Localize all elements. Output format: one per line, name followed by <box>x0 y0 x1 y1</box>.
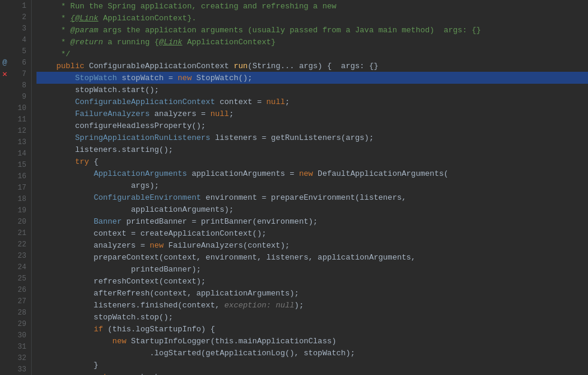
token <box>38 169 94 178</box>
token: afterRefresh(context, applicationArgumen… <box>38 289 299 298</box>
line-number: 4 <box>10 36 29 44</box>
token: ; <box>229 109 234 118</box>
line-meta-1: 1 <box>0 0 31 11</box>
token: try <box>75 157 89 166</box>
token: {@Link <box>71 14 99 23</box>
line-meta-15: 15 <box>0 159 31 170</box>
line-meta-23: 23 <box>0 250 31 261</box>
token: stopWatch.start(); <box>38 86 159 94</box>
line-number: 12 <box>10 127 29 135</box>
line-meta-4: 4 <box>0 34 31 45</box>
token: new <box>178 74 191 83</box>
line-meta-21: 21 <box>0 227 31 239</box>
line-meta-3: 3 <box>0 23 31 34</box>
token: } <box>38 361 98 370</box>
line-number: 8 <box>10 81 29 90</box>
token: ConfigurableApplicationContext <box>84 62 234 71</box>
token: (this.logStartupInfo) { <box>103 325 215 334</box>
token <box>38 157 75 166</box>
line-number: 28 <box>10 309 29 317</box>
code-line-11: configureHeadlessProperty(); <box>36 120 588 132</box>
code-line-1: * Run the Spring application, creating a… <box>36 0 588 12</box>
line-meta-7: ✕7 <box>0 68 31 80</box>
code-line-10: FailureAnalyzers analyzers = null; <box>36 108 588 120</box>
line-number: 21 <box>10 229 29 237</box>
token: FailureAnalyzers(context); <box>164 241 290 250</box>
token: stopWatch.stop(); <box>38 313 173 322</box>
error-icon: ✕ <box>0 69 10 79</box>
line-meta-10: 10 <box>0 102 31 114</box>
line-number: 13 <box>10 138 29 147</box>
code-line-4: * @return a running {@Link ApplicationCo… <box>36 36 588 48</box>
line-number: 22 <box>10 240 29 249</box>
token: null <box>266 97 285 106</box>
token <box>38 62 56 71</box>
code-line-27: stopWatch.stop(); <box>36 311 588 323</box>
line-number: 30 <box>10 331 29 340</box>
line-meta-17: 17 <box>0 182 31 193</box>
line-meta-19: 19 <box>0 205 31 216</box>
code-line-14: try { <box>36 156 588 167</box>
code-line-8: stopWatch.start(); <box>36 84 588 96</box>
line-number: 14 <box>10 150 29 158</box>
code-line-3: * @param args the application arguments … <box>36 24 588 36</box>
line-meta-22: 22 <box>0 239 31 250</box>
code-line-28: if (this.logStartupInfo) { <box>36 323 588 335</box>
token: new <box>150 241 163 250</box>
token: ApplicationArguments <box>94 169 187 178</box>
token <box>38 325 94 334</box>
token: exception: null <box>224 301 294 310</box>
token: @return <box>71 38 103 47</box>
token: StartupInfoLogger(this.mainApplicationCl… <box>126 337 336 346</box>
token: * <box>38 26 71 35</box>
token: creating <box>201 2 238 11</box>
token <box>38 337 112 346</box>
line-meta-20: 20 <box>0 216 31 227</box>
line-meta-14: 14 <box>0 148 31 159</box>
line-number: 26 <box>10 286 29 294</box>
token <box>38 109 75 118</box>
token: args); <box>38 181 159 190</box>
code-area[interactable]: * Run the Spring application, creating a… <box>32 0 588 375</box>
line-meta-31: 31 <box>0 341 31 352</box>
token: printedBanner); <box>38 265 201 274</box>
line-number: 24 <box>10 263 29 272</box>
token: (String... args) { args: {} <box>248 62 378 71</box>
token: listeners.starting(); <box>38 145 173 154</box>
token: analyzers = <box>150 109 210 118</box>
token <box>38 193 94 202</box>
code-line-32: return context; <box>36 371 588 375</box>
line-meta-28: 28 <box>0 307 31 318</box>
token <box>38 74 75 83</box>
token: analyzers = <box>38 241 150 250</box>
line-meta-27: 27 <box>0 295 31 307</box>
token: Banner <box>94 217 122 226</box>
code-line-29: new StartupInfoLogger(this.mainApplicati… <box>36 335 588 347</box>
token: new <box>112 337 126 346</box>
line-meta-12: 12 <box>0 125 31 136</box>
code-line-16: args); <box>36 179 588 191</box>
code-line-9: ConfigurableApplicationContext context =… <box>36 96 588 108</box>
token: prepareContext(context, environment, lis… <box>38 253 416 262</box>
line-number: 18 <box>10 195 29 203</box>
token: listeners.finished(context, <box>38 301 224 310</box>
token: run <box>234 62 248 71</box>
line-meta-2: 2 <box>0 11 31 23</box>
code-line-13: listeners.starting(); <box>36 144 588 156</box>
token: new <box>299 169 313 178</box>
token <box>38 97 75 106</box>
token: ; <box>285 97 290 106</box>
token <box>38 373 94 376</box>
token: public <box>56 62 84 71</box>
token: listeners = getRunListeners(args); <box>211 133 374 142</box>
token: ApplicationContext}. <box>98 14 196 23</box>
code-line-20: context = createApplicationContext(); <box>36 227 588 239</box>
code-line-21: analyzers = new FailureAnalyzers(context… <box>36 239 588 251</box>
token: { <box>89 157 99 166</box>
token: null <box>211 109 229 118</box>
line-meta-24: 24 <box>0 261 31 273</box>
token: context = <box>215 97 266 106</box>
code-line-26: listeners.finished(context, exception: n… <box>36 299 588 311</box>
line-meta-8: 8 <box>0 80 31 91</box>
code-line-17: ConfigurableEnvironment environment = pr… <box>36 191 588 203</box>
